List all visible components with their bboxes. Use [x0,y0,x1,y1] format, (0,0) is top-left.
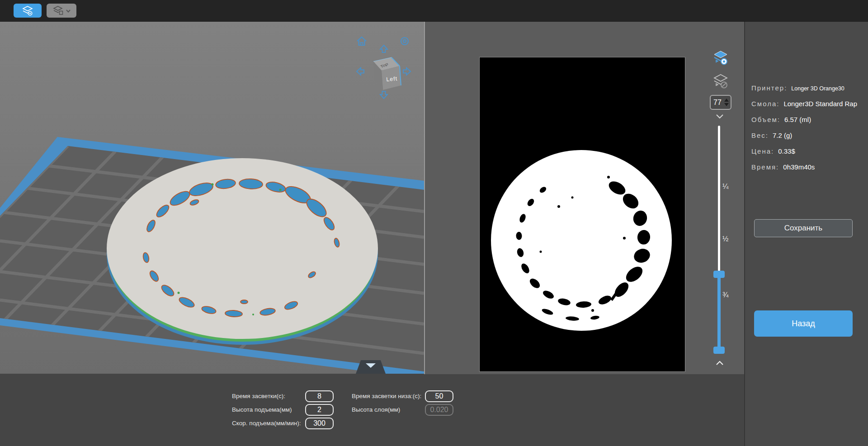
print-settings-panel: Время засветки(с): Высота подъема(мм) Ск… [0,374,744,446]
resin-label: Смола: [751,100,779,108]
layers-eye-icon [22,5,33,16]
fraction-quarter: ¼ [722,183,736,191]
rotate-left-arrow[interactable] [357,68,364,75]
slice-view-button[interactable] [14,4,42,18]
back-button[interactable]: Назад [754,310,853,337]
view-navigation-cluster: Top Left [344,26,424,103]
info-row-printer: Принтер: Longer 3D Orange30 [751,84,844,94]
slice-graphic [480,57,685,371]
layer-number-input[interactable] [711,99,724,107]
price-label: Цена: [751,147,774,155]
time-label: Время: [751,163,779,171]
chevron-down-icon [66,9,71,13]
time-value: 0h39m40s [783,163,815,171]
layer-height-label: Высота слоя(мм) [352,404,400,416]
cube-front-label: Left [386,75,398,83]
hide-layers-icon[interactable] [712,73,729,89]
info-row-volume: Объем: 6.57 (ml) [751,116,811,126]
info-row-resin: Смола: Longer3D Standard Rap [751,100,857,110]
fraction-half: ½ [722,235,736,243]
home-view-icon[interactable] [357,37,366,45]
top-toolbar [0,0,868,22]
price-value: 0.33$ [778,147,795,155]
layer-height-input [425,404,453,416]
info-row-weight: Вес: 7.2 (g) [751,131,792,141]
layer-slider-range[interactable] [717,274,721,351]
layers-box-icon [52,5,64,16]
layer-spinner[interactable] [724,99,729,106]
slice-preview-panel: ¼ ½ ¾ [425,22,744,374]
save-button[interactable]: Сохранить [754,219,853,237]
viewport-3d[interactable]: Top Left [0,22,424,374]
bottom-exposure-time-label: Время засветки низа:(с): [352,390,421,402]
print-info-panel: Принтер: Longer 3D Orange30 Смола: Longe… [745,22,868,446]
show-layers-icon[interactable] [712,50,729,66]
info-row-price: Цена: 0.33$ [751,147,795,157]
resin-value: Longer3D Standard Rap [783,100,857,108]
weight-value: 7.2 (g) [773,131,792,139]
spinner-down-icon [724,103,729,106]
printer-label: Принтер: [751,84,787,92]
lift-speed-input[interactable] [305,418,334,429]
info-row-time: Время: 0h39m40s [751,163,815,173]
weight-label: Вес: [751,131,769,139]
layer-slider-handle-lower[interactable] [713,347,725,354]
layer-step-up-chevron[interactable] [715,360,724,366]
triangle-down-icon [366,363,376,368]
model-view-button[interactable] [47,4,76,18]
spinner-up-icon [724,99,729,102]
exposure-time-input[interactable] [305,390,334,402]
lift-height-input[interactable] [305,404,334,416]
layer-slider-track[interactable] [718,126,720,275]
layer-step-down-chevron[interactable] [715,113,724,119]
printer-value: Longer 3D Orange30 [791,85,844,92]
bottom-exposure-time-input[interactable] [425,390,453,402]
fraction-three-quarter: ¾ [722,291,736,299]
layer-slider-handle-upper[interactable] [713,271,725,278]
volume-label: Объем: [751,116,780,123]
orbit-eye-icon[interactable] [401,38,408,45]
layer-slice-image [479,57,685,372]
view-cube[interactable]: Top Left [373,57,401,90]
layer-number-stepper [710,95,731,110]
slicer-app: Top Left [0,0,868,446]
panel-collapse-handle[interactable] [356,360,386,374]
lift-speed-label: Скор. подъема(мм/мин): [232,418,301,429]
rotate-right-arrow[interactable] [403,68,410,75]
exposure-time-label: Время засветки(с): [232,390,285,402]
disc-model[interactable] [107,158,378,345]
rotate-down-arrow[interactable] [380,91,387,99]
lift-height-label: Высота подъема(мм) [232,404,292,416]
volume-value: 6.57 (ml) [784,116,811,123]
rotate-up-arrow[interactable] [380,45,387,52]
